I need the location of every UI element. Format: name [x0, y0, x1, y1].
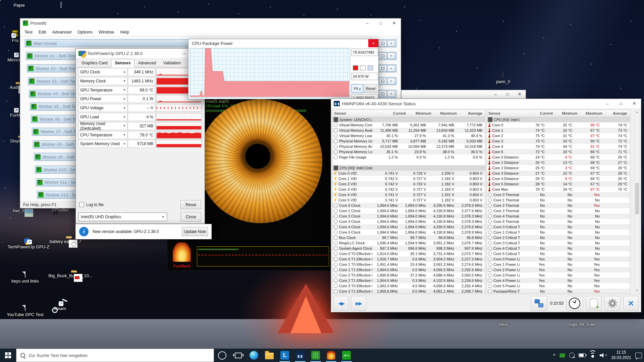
minimize-button[interactable]	[601, 99, 614, 108]
max-value-field[interactable]: 79.91627982	[352, 49, 378, 56]
reset-button[interactable]: Reset	[180, 200, 201, 209]
taskbar-app-edge[interactable]	[246, 349, 262, 362]
taskbar-app-explorer[interactable]	[262, 349, 277, 362]
battery-icon[interactable]	[579, 353, 586, 357]
mdi-restore-button[interactable]	[379, 53, 387, 59]
sensor-row[interactable]: Core 4 Distance to T...26 °C9 °C66 °C26 …	[487, 176, 630, 181]
report-button[interactable]	[586, 296, 602, 311]
col-sensor[interactable]: Sensor	[333, 111, 383, 115]
sensor-label[interactable]: GPU Clock▼	[78, 68, 127, 76]
sensor-row[interactable]: Core 4 Thermal Thr...NoNoNo	[487, 214, 630, 219]
desktop-icon-infos[interactable]: Infos	[488, 321, 518, 327]
sensor-row[interactable]: Bus Clock99.7 MHz99.7 MHz99.8 MHz99.8 MH…	[333, 235, 485, 240]
close-button[interactable]	[387, 18, 401, 28]
col-current[interactable]: Current	[383, 111, 409, 115]
sensor-row[interactable]: Core 2 T0 Effective Cl...1,890.8 MHz37.2…	[333, 273, 485, 278]
color-blue-button[interactable]	[368, 65, 373, 70]
sensor-row[interactable]: Core 3 T1 Effective Cl...1,959.8 MHz0.5 …	[333, 289, 485, 293]
chevron-down-icon[interactable]: ▼	[123, 71, 126, 74]
speaker-muted-icon[interactable]: ×	[600, 353, 607, 358]
minimize-button[interactable]	[489, 90, 501, 98]
sensor-row[interactable]: Core 5 VID0.741 V0.727 V1.182 V0.803 V	[333, 197, 485, 203]
sensor-row[interactable]: Core 0 VID0.741 V0.726 V1.209 V0.804 V	[333, 171, 485, 176]
sensor-row[interactable]: Core 0 Clock1,994.6 MHz1,894.0 MHz4,290.…	[333, 203, 485, 208]
sensor-row[interactable]: Core 0 Thermal Thr...NoNoYes	[487, 192, 630, 197]
taskbar-app-hwinfo[interactable]	[292, 349, 308, 362]
tab-sensors[interactable]: Sensors	[111, 59, 134, 67]
sensor-row[interactable]: Core 474 °C34 °C91 °C74 °C	[487, 144, 630, 149]
column-header-row[interactable]: Sensor Current Minimum Maximum Average	[487, 110, 630, 117]
fit-y-button[interactable]: Fit y	[352, 84, 363, 93]
sensor-row[interactable]: Core 4 Critical Temp...NoNoNo	[487, 246, 630, 251]
graph-color-buttons[interactable]	[353, 65, 373, 70]
sensor-row[interactable]: Core 1 VID0.742 V0.727 V1.182 V0.803 V	[333, 176, 485, 181]
remote-sensors-button[interactable]	[531, 296, 547, 311]
mdi-restore-button[interactable]	[379, 78, 387, 84]
nav-forward-button[interactable]: ▶▶	[351, 296, 366, 311]
sensor-row[interactable]: Core 3 Distance to T...27 °C10 °C67 °C28…	[487, 171, 630, 176]
sensor-row[interactable]: Core 0 Power Limit ...YesNoYes	[487, 256, 630, 262]
sensor-row[interactable]: Core 5 Power Limit ...YesNoYes	[487, 283, 630, 289]
sensor-row[interactable]: Core 2 T1 Effective Cl...1,954.6 MHz0.3 …	[333, 278, 485, 283]
desktop-icon-steam[interactable]: Steam	[45, 305, 75, 311]
sensor-row[interactable]: Physical Memory Avai...10,533 MB10,069 M…	[333, 144, 485, 149]
sensor-row[interactable]: Core 2 Critical Temp...NoNoNo	[487, 235, 630, 240]
mdi-close-button[interactable]: ×	[387, 90, 395, 97]
chevron-down-icon[interactable]: ▼	[123, 98, 126, 101]
sensor-row[interactable]: Core 0 Critical Temp...NoNoNo	[487, 224, 630, 230]
close-sensors-button[interactable]: ×	[623, 296, 639, 311]
close-dialog-button[interactable]: Close	[180, 212, 201, 222]
col-average[interactable]: Average	[605, 111, 630, 115]
menu-test[interactable]: Test	[21, 29, 36, 35]
tab-advanced[interactable]: Advanced	[135, 59, 160, 67]
start-button[interactable]	[0, 349, 16, 362]
sensor-row[interactable]: Core 2 Distance to T...25 °C3 °C69 °C26 …	[487, 165, 630, 171]
sensor-row[interactable]: Core 3 Thermal Thr...NoNoNo	[487, 208, 630, 214]
close-button[interactable]	[514, 90, 526, 98]
sensor-label[interactable]: GPU Temperature▼	[78, 86, 127, 94]
tab-graphics-card[interactable]: Graphics Card	[78, 59, 111, 67]
sensor-row[interactable]: Core 5 Thermal Thr...NoNoNo	[487, 219, 630, 224]
sensor-row[interactable]: Core 1 Distance to T...26 °C13 °C68 °C27…	[487, 160, 630, 165]
scroll-down-icon[interactable]: ▼	[635, 288, 639, 293]
sensor-row[interactable]: Core 174 °C32 °C87 °C73 °C	[487, 128, 630, 133]
sensor-row[interactable]: Virtual Memory Avail...11,489 MB11,254 M…	[333, 128, 485, 133]
taskbar-clock[interactable]: 11:15 16.03.2021	[611, 350, 631, 360]
sensor-row[interactable]: Core 5 Distance to T...28 °C14 °C67 °C29…	[487, 181, 630, 187]
reset-button[interactable]: Reset	[364, 84, 377, 93]
sensor-row[interactable]: Core 275 °C31 °C97 °C74 °C	[487, 133, 630, 138]
scrollbar[interactable]: ▲ ▼	[635, 110, 640, 293]
color-red-button[interactable]	[353, 65, 358, 70]
sensor-row[interactable]: Core 1 T0 Effective Cl...1,951.4 MHz23.4…	[333, 262, 485, 267]
sensor-row[interactable]: Core 1 Thermal Thr...NoNoNo	[487, 197, 630, 203]
chevron-down-icon[interactable]: ▼	[123, 124, 126, 127]
taskbar-app-prime95[interactable]: 2P-1	[339, 349, 354, 362]
sensor-row[interactable]: Core 1 T1 Effective Cl...1,964.6 MHz0.5 …	[333, 267, 485, 273]
gpuz-titlebar[interactable]: TechPowerUp GPU-Z 2.36.0	[76, 49, 205, 58]
mdi-close-button[interactable]: ×	[387, 65, 395, 72]
sensor-row[interactable]: Virtual Memory Load40.1 %27.9 %41.3 %40.…	[333, 133, 485, 138]
minimize-button[interactable]	[361, 18, 374, 28]
sensor-row[interactable]: Core 1 Clock1,994.6 MHz1,894.0 MHz4,190.…	[333, 208, 485, 214]
desktop-icon-documents[interactable]	[51, 2, 71, 8]
update-now-button[interactable]: Update Now	[182, 227, 208, 236]
hwinfo-titlebar[interactable]: HWiNFO64 v6.40-4330 Sensor Status	[331, 99, 641, 108]
sensor-group-header[interactable]: System: LENOVO Len...	[333, 117, 485, 122]
scroll-thumb[interactable]	[635, 183, 639, 214]
tab-validation[interactable]: Validation	[160, 59, 184, 67]
log-to-file-checkbox[interactable]: Log to file	[79, 202, 104, 207]
sensor-row[interactable]: Core 0 T1 Effective Cl...1,926.7 MHz0.6 …	[333, 256, 485, 262]
desktop-icon-keys-doc[interactable]: keys und links	[5, 272, 45, 284]
sensor-row[interactable]: Core 5 Critical Temp...NoNoNo	[487, 251, 630, 256]
sensor-row[interactable]: Page File Usage1.2 %0.0 %1.2 %0.5 %	[333, 155, 485, 160]
desktop-icon-youtube-doc[interactable]: YouTube DPC Test	[3, 305, 47, 317]
sensor-group-header[interactable]: CPU [#0]: Intel Cor...	[487, 117, 630, 122]
col-sensor[interactable]: Sensor	[487, 111, 531, 115]
chevron-down-icon[interactable]: ▼	[123, 116, 126, 119]
sensor-row[interactable]: Virtual Memory Com...7,706 MB5,361 MB7,9…	[333, 122, 485, 128]
cortana-button[interactable]	[214, 349, 230, 362]
sensor-label[interactable]: System Memory Used▼	[78, 140, 127, 148]
chevron-down-icon[interactable]: ▼	[123, 88, 126, 92]
sensor-row[interactable]: Core 0 T0 Effective Cl...1,814.0 MHz26.1…	[333, 251, 485, 256]
sensor-row[interactable]: Core 2 VID0.742 V0.726 V1.182 V0.803 V	[333, 181, 485, 187]
